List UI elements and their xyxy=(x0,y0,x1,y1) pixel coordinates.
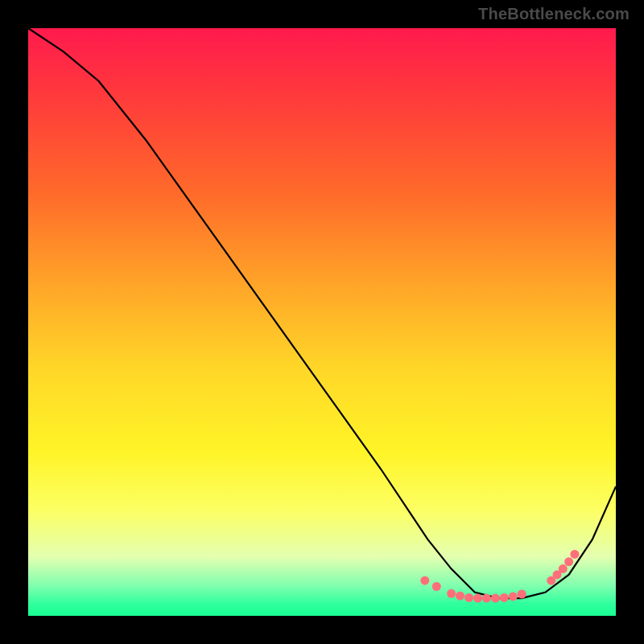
data-point xyxy=(509,592,518,601)
data-point xyxy=(456,592,464,601)
curve-path xyxy=(28,28,616,598)
data-point xyxy=(482,594,491,603)
data-point xyxy=(491,594,500,603)
data-point xyxy=(518,590,526,599)
data-point xyxy=(447,589,456,598)
chart-svg xyxy=(28,28,616,616)
chart-frame: TheBottleneck.com xyxy=(0,0,644,644)
watermark-text: TheBottleneck.com xyxy=(478,5,630,23)
data-point xyxy=(570,550,579,559)
data-point xyxy=(432,582,441,591)
data-point xyxy=(473,594,482,603)
data-point xyxy=(500,593,509,602)
data-point xyxy=(464,593,473,602)
data-point xyxy=(420,576,429,585)
data-point xyxy=(564,557,573,566)
plot-area xyxy=(28,28,616,616)
data-point xyxy=(559,564,568,573)
marker-group xyxy=(420,550,579,603)
